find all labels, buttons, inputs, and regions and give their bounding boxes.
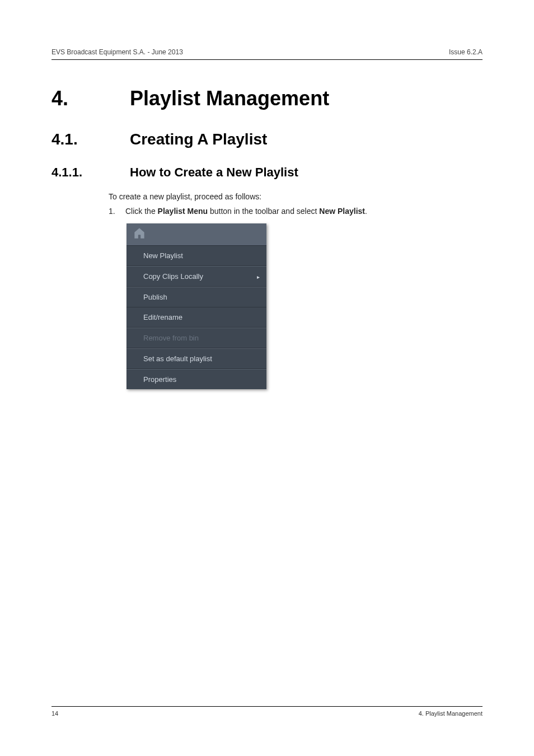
heading-2-num: 4.1. [51, 130, 103, 148]
step-1-text: Click the Playlist Menu button in the to… [125, 207, 483, 216]
step-1-mid: button in the toolbar and select [208, 207, 319, 216]
step-1-num: 1. [109, 207, 118, 216]
step-1-post: . [365, 207, 367, 216]
menu-item-label: Set as default playlist [143, 354, 212, 363]
menu-item-properties[interactable]: Properties [127, 369, 266, 389]
menu-item-publish[interactable]: Publish [127, 287, 266, 307]
menu-item-label: Properties [143, 375, 176, 384]
home-icon [132, 226, 147, 242]
header-right: Issue 6.2.A [449, 48, 483, 56]
menu-item-label: Publish [143, 293, 167, 301]
menu-item-label: Edit/rename [143, 313, 182, 321]
intro-paragraph: To create a new playlist, proceed as fol… [109, 192, 483, 201]
playlist-menu-dropdown: New Playlist Copy Clips Locally Publish … [127, 223, 266, 389]
heading-1-text: Playlist Management [130, 87, 329, 110]
step-1: 1. Click the Playlist Menu button in the… [109, 207, 483, 216]
heading-2: 4.1. Creating A Playlist [51, 130, 483, 148]
step-1-pre: Click the [125, 207, 158, 216]
menu-item-label: New Playlist [143, 251, 183, 260]
menu-item-label: Remove from bin [143, 334, 199, 342]
footer-section: 4. Playlist Management [419, 710, 483, 717]
heading-3: 4.1.1. How to Create a New Playlist [51, 165, 483, 180]
step-1-b1: Playlist Menu [158, 207, 208, 216]
menu-item-new-playlist[interactable]: New Playlist [127, 246, 266, 266]
page-number: 14 [51, 710, 58, 717]
menu-item-remove-from-bin: Remove from bin [127, 328, 266, 348]
menu-header-bar [127, 223, 266, 246]
header-left: EVS Broadcast Equipment S.A. - June 2013 [51, 48, 183, 56]
menu-item-label: Copy Clips Locally [143, 272, 203, 281]
page-footer: 14 4. Playlist Management [51, 706, 483, 717]
heading-2-text: Creating A Playlist [130, 130, 267, 148]
page-header: EVS Broadcast Equipment S.A. - June 2013… [51, 48, 483, 60]
step-1-b2: New Playlist [319, 207, 365, 216]
menu-item-edit-rename[interactable]: Edit/rename [127, 307, 266, 328]
heading-1: 4. Playlist Management [51, 87, 483, 110]
heading-3-num: 4.1.1. [51, 165, 103, 180]
heading-3-text: How to Create a New Playlist [130, 165, 298, 180]
heading-1-num: 4. [51, 87, 103, 110]
menu-item-copy-clips-locally[interactable]: Copy Clips Locally [127, 266, 266, 287]
menu-item-set-as-default-playlist[interactable]: Set as default playlist [127, 348, 266, 369]
